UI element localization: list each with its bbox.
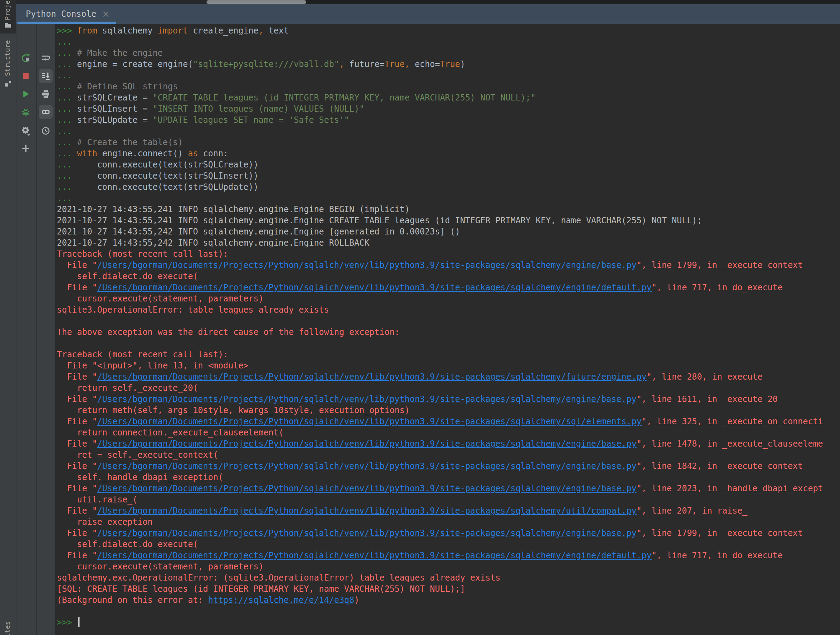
structure-icon[interactable]: [5, 80, 11, 87]
console-text: File ": [57, 283, 97, 292]
show-variables-button[interactable]: [39, 105, 53, 119]
console-text: Traceback (most recent call last):: [57, 249, 228, 259]
console-link[interactable]: /Users/bgorman/Documents/Projects/Python…: [97, 283, 652, 292]
console-text: File ": [57, 372, 97, 382]
pycharm-python-console-window: { "left_stripe": { "project_label": "Pro…: [0, 0, 840, 635]
top-strip: [16, 0, 840, 4]
console-text: "sqlite+pysqlite:///vball.db": [193, 59, 339, 69]
console-output[interactable]: >>> from sqlalchemy import create_engine…: [55, 24, 840, 635]
console-text: File ": [57, 483, 97, 493]
debug-button[interactable]: [19, 105, 33, 119]
console-text: ", line 2023, in _handle_dbapi_except: [636, 483, 823, 493]
console-link[interactable]: /Users/bgorman/Documents/Projects/Python…: [97, 506, 636, 516]
horizontal-scrollbar-thumb[interactable]: [207, 0, 306, 4]
console-text: True: [384, 59, 405, 69]
top-strip-dark-segment: [306, 0, 840, 4]
console-text: File ": [57, 417, 97, 426]
tool-button-structure[interactable]: Structure: [3, 40, 11, 76]
console-line: sqlalchemy.exc.OperationalError: (sqlite…: [57, 572, 840, 583]
console-link[interactable]: /Users/bgorman/Documents/Projects/Python…: [97, 372, 647, 382]
console-line: 2021-10-27 14:43:55,242 INFO sqlalchemy.…: [57, 226, 840, 237]
console-text: ...: [57, 148, 77, 158]
console-text: 2021-10-27 14:43:55,242 INFO sqlalchemy.…: [57, 238, 369, 248]
console-text: ", line 1842, in _execute_context: [636, 461, 803, 471]
console-text: "INSERT INTO leagues (name) VALUES (NULL…: [153, 104, 365, 114]
console-link[interactable]: /Users/bgorman/Documents/Projects/Python…: [97, 417, 642, 426]
scroll-to-end-icon: [41, 71, 51, 81]
console-line: File "/Users/bgorman/Documents/Projects/…: [57, 416, 840, 427]
console-text: >>>: [57, 618, 77, 627]
settings-button[interactable]: [19, 124, 33, 138]
console-text: conn.execute(text(strSQLInsert)): [77, 171, 259, 181]
console-text: with: [77, 148, 97, 158]
console-line: Traceback (most recent call last):: [57, 349, 840, 360]
tab-bar: Python Console ×: [16, 4, 840, 24]
console-line: File "<input>", line 13, in <module>: [57, 360, 840, 371]
chevron-down-icon: [27, 134, 30, 136]
console-line: >>> from sqlalchemy import create_engine…: [57, 25, 840, 36]
console-text: File ": [57, 461, 97, 471]
history-button[interactable]: [39, 124, 53, 138]
console-line: ... # Create the table(s): [57, 137, 840, 148]
console-text: 2021-10-27 14:43:55,241 INFO sqlalchemy.…: [57, 204, 409, 214]
console-line: File "/Users/bgorman/Documents/Projects/…: [57, 371, 840, 382]
console-link[interactable]: /Users/bgorman/Documents/Projects/Python…: [97, 260, 636, 270]
print-button[interactable]: [39, 87, 53, 101]
tab-python-console[interactable]: Python Console ×: [16, 4, 109, 24]
console-text: File ": [57, 528, 97, 538]
console-text: ...: [57, 182, 77, 192]
console-line: ... strSQLUpdate = "UPDATE leagues SET n…: [57, 114, 840, 126]
console-link[interactable]: /Users/bgorman/Documents/Projects/Python…: [97, 394, 636, 404]
console-line: ...: [57, 193, 840, 204]
close-icon[interactable]: ×: [102, 9, 109, 19]
console-text: (Background on this error at:: [57, 595, 208, 605]
rerun-icon: [21, 54, 31, 63]
console-line: raise exception: [57, 517, 840, 528]
console-link[interactable]: /Users/bgorman/Documents/Projects/Python…: [97, 483, 636, 493]
console-text: ", line 207, in raise_: [636, 506, 748, 516]
console-line: ...: [57, 126, 840, 137]
console-link[interactable]: https://sqlalche.me/e/14/e3q8: [208, 595, 354, 605]
console-text: ...: [57, 82, 77, 92]
console-text: # Make the engine: [77, 48, 163, 58]
console-link[interactable]: /Users/bgorman/Documents/Projects/Python…: [97, 439, 636, 449]
history-icon: [41, 126, 51, 136]
console-text: return meth(self, args_10style, kwargs_1…: [57, 406, 409, 415]
console-toolbar: [36, 24, 55, 635]
console-text: text: [264, 26, 289, 36]
console-text: "UPDATE leagues SET name = 'Safe Sets'": [153, 115, 349, 125]
soft-wrap-icon: [41, 54, 51, 63]
console-text: ...: [57, 37, 77, 47]
add-button[interactable]: [19, 142, 33, 156]
console-text: ): [354, 595, 359, 605]
stop-button[interactable]: [19, 69, 33, 83]
console-text: ...: [57, 59, 77, 69]
rerun-button[interactable]: [19, 52, 33, 66]
run-button[interactable]: [19, 87, 33, 101]
console-link[interactable]: /Users/bgorman/Documents/Projects/Python…: [97, 528, 636, 538]
soft-wrap-button[interactable]: [39, 52, 53, 66]
debug-icon: [21, 107, 31, 117]
console-text: self.dialect.do_execute(: [57, 272, 198, 281]
console-line: sqlite3.OperationalError: table leagues …: [57, 304, 840, 315]
tool-button-favorites[interactable]: ites: [3, 621, 11, 635]
scroll-to-end-button[interactable]: [39, 69, 53, 83]
console-line: File "/Users/bgorman/Documents/Projects/…: [57, 483, 840, 494]
console-text: [SQL: CREATE TABLE leagues (id INTEGER P…: [57, 584, 465, 594]
console-link[interactable]: /Users/bgorman/Documents/Projects/Python…: [97, 461, 636, 471]
stop-icon: [21, 71, 31, 81]
console-link[interactable]: /Users/bgorman/Documents/Projects/Python…: [97, 551, 652, 560]
console-text: "CREATE TABLE leagues (id INTEGER PRIMAR…: [153, 93, 536, 103]
console-line: ... engine = create_engine("sqlite+pysql…: [57, 58, 840, 70]
settings-icon: [21, 126, 31, 136]
console-line: 2021-10-27 14:43:55,242 INFO sqlalchemy.…: [57, 237, 840, 248]
folder-icon[interactable]: [5, 22, 11, 28]
console-text: ...: [57, 71, 77, 80]
console-text: ", line 717, in do_execute: [652, 283, 783, 292]
console-text: util.raise_(: [57, 495, 137, 504]
tool-button-project[interactable]: Proje: [3, 0, 11, 20]
console-text: ...: [57, 104, 77, 114]
console-text: Traceback (most recent call last):: [57, 350, 228, 359]
console-text: self.dialect.do_execute(: [57, 539, 198, 549]
console-line: ... with engine.connect() as conn:: [57, 148, 840, 159]
